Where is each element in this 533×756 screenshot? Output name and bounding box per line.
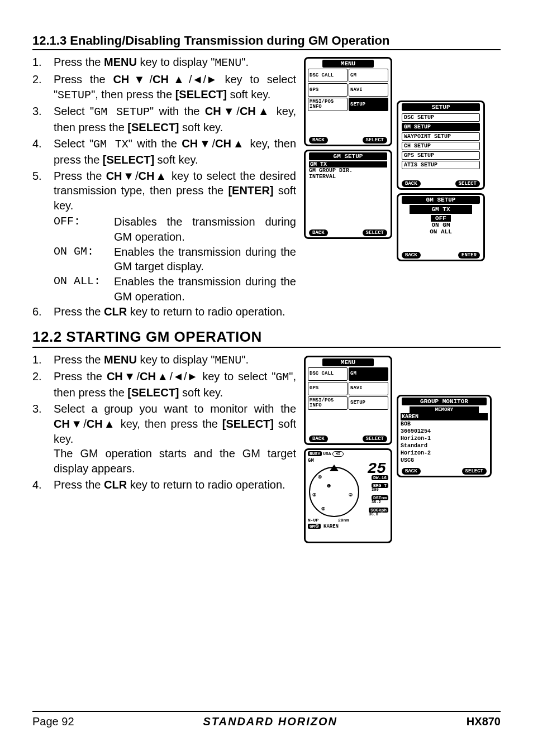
- radar-icon: N ④ ❶ ③ ② ⑤: [309, 467, 359, 517]
- dst-value: 35.2: [372, 500, 381, 504]
- step-item: 3.Select "GM SETUP" with the CH▼/CH▲ key…: [32, 104, 296, 135]
- lcd-group-monitor: GROUP MONITOR MEMORY KARENBOB366901254Ho…: [397, 395, 492, 477]
- back-pill: BACK: [309, 436, 328, 442]
- lcd-menu-grid: DSC CALLGMGPSNAVIMMSI/POS INFOSETUP: [306, 69, 391, 111]
- section1-defs: OFF:Disables the transmission during GM …: [54, 214, 296, 304]
- back-pill: BACK: [402, 180, 421, 187]
- brg-label: BRG T: [372, 483, 388, 488]
- select-pill: SELECT: [455, 180, 480, 187]
- lcd-menu2-grid: DSC CALLGMGPSNAVIMMSI/POS INFOSETUP: [306, 367, 391, 410]
- lcd-menu-title: MENU: [322, 60, 373, 68]
- memory-item: Standard: [401, 442, 488, 449]
- step-item: 3.Select a group you want to monitor wit…: [32, 401, 296, 476]
- menu-cell: NAVI: [349, 83, 388, 97]
- sog-value: 36.0: [369, 512, 378, 516]
- section1-screens: MENU DSC CALLGMGPSNAVIMMSI/POS INFOSETUP…: [304, 55, 501, 320]
- step-item: 4.Press the CLR key to return to radio o…: [32, 477, 296, 492]
- enter-pill: ENTER: [458, 252, 480, 259]
- page-footer: Page 92 STANDARD HORIZON HX870: [32, 711, 501, 728]
- menu-cell: GM: [349, 69, 388, 82]
- gmtx-option: OFF: [398, 215, 483, 222]
- gmtx-option: ON ALL: [398, 228, 483, 235]
- menu-cell: NAVI: [349, 382, 388, 395]
- busy-badge: BUSY: [308, 451, 322, 456]
- setup-item: GPS SETUP: [402, 151, 480, 160]
- lcd-gm-target: BUSY USA HI GM 25 DW-16 BRG T300 DSTnm35…: [304, 448, 392, 543]
- page-number: Page 92: [32, 715, 74, 728]
- step-item: 4.Select "GM TX" with the CH▼/CH▲ key, t…: [32, 136, 296, 168]
- dst-label: DSTnm: [372, 495, 388, 500]
- def-row: ON GM:Enables the transmission during th…: [54, 245, 296, 275]
- menu-cell: DSC CALL: [308, 69, 348, 82]
- heading-12-2: 12.2 STARTING GM OPERATION: [32, 328, 501, 348]
- back-pill: BACK: [402, 252, 421, 259]
- section1-steps: 1.Press the MENU key to display "MENU".2…: [32, 55, 296, 213]
- page-content: 12.1.3 Enabling/Disabling Transmission d…: [32, 34, 501, 543]
- menu-cell: DSC CALL: [308, 367, 348, 381]
- setup-item: GM SETUP: [402, 123, 480, 131]
- setup-item: WAYPOINT SETUP: [402, 132, 480, 141]
- lcd-groupmon-title: GROUP MONITOR: [402, 398, 487, 405]
- setup-item: DSC SETUP: [402, 113, 480, 122]
- lcd-groupmon-list: KARENBOB366901254Horizon-1StandardHorizo…: [398, 413, 490, 464]
- lcd-setup-list: DSC SETUPGM SETUPWAYPOINT SETUPCH SETUPG…: [398, 112, 483, 171]
- dw-badge: DW-16: [372, 475, 388, 480]
- channel-number: 25: [367, 460, 386, 477]
- def-row: OFF:Disables the transmission during GM …: [54, 214, 296, 245]
- brand-logo: STANDARD HORIZON: [203, 715, 337, 728]
- step-item: 6.Press the CLR key to return to radio o…: [32, 304, 296, 319]
- lcd-menu2: MENU DSC CALLGMGPSNAVIMMSI/POS INFOSETUP…: [304, 356, 392, 445]
- lcd-menu2-title: MENU: [322, 358, 373, 366]
- gmsetup-item: INTERVAL: [306, 174, 391, 180]
- gmsetup-item: GM GROUP DIR.: [306, 168, 391, 174]
- menu-cell: MMSI/POS INFO: [308, 396, 348, 410]
- section1-step6: 6.Press the CLR key to return to radio o…: [32, 304, 296, 319]
- memory-item: 366901254: [401, 428, 488, 435]
- menu-cell: SETUP: [349, 98, 388, 111]
- back-pill: BACK: [309, 137, 328, 143]
- section2-columns: 1.Press the MENU key to display "MENU".2…: [32, 352, 501, 543]
- model-number: HX870: [467, 715, 501, 728]
- lcd-gmtx-title: GM SETUP: [402, 196, 480, 204]
- section2-text: 1.Press the MENU key to display "MENU".2…: [32, 352, 296, 543]
- lcd-setup-title: SETUP: [402, 103, 480, 111]
- heading-12-1-3: 12.1.3 Enabling/Disabling Transmission d…: [32, 34, 501, 50]
- menu-cell: GPS: [308, 83, 348, 97]
- menu-cell: GM: [349, 367, 388, 381]
- setup-item: CH SETUP: [402, 142, 480, 150]
- lcd-menu: MENU DSC CALLGMGPSNAVIMMSI/POS INFOSETUP…: [304, 57, 392, 146]
- lcd-groupmon-sub: MEMORY: [410, 406, 479, 413]
- lcd-gmsetup-list: GM TXGM GROUP DIR.INTERVAL: [306, 161, 391, 180]
- step-item: 1.Press the MENU key to display "MENU".: [32, 352, 296, 369]
- sog-label: SOGkph: [369, 508, 388, 513]
- range-label: 20nm: [338, 518, 349, 523]
- select-pill: SELECT: [462, 468, 487, 475]
- lcd-gmtx: GM SETUP GM TX OFFON GMON ALL BACK ENTER: [397, 193, 485, 261]
- memory-item: Horizon-1: [401, 435, 488, 442]
- menu-cell: SETUP: [349, 396, 388, 410]
- lcd-setup: SETUP DSC SETUPGM SETUPWAYPOINT SETUPCH …: [397, 101, 485, 190]
- section2-steps: 1.Press the MENU key to display "MENU".2…: [32, 352, 296, 492]
- menu-cell: GPS: [308, 382, 348, 395]
- usa-label: USA: [323, 451, 331, 456]
- step-item: 1.Press the MENU key to display "MENU".: [32, 55, 296, 71]
- lcd-gmtx-opts: OFFON GMON ALL: [398, 214, 483, 235]
- step-item: 2.Press the CH▼/CH▲/◄/► key to select "S…: [32, 72, 296, 103]
- nup-label: N-UP: [308, 518, 318, 523]
- section1-text: 1.Press the MENU key to display "MENU".2…: [32, 55, 296, 320]
- gm-target-name: KAREN: [323, 524, 339, 529]
- menu-cell: MMSI/POS INFO: [308, 98, 348, 111]
- memory-item: Horizon-2: [401, 449, 488, 457]
- section2-screens: MENU DSC CALLGMGPSNAVIMMSI/POS INFOSETUP…: [304, 352, 501, 543]
- lcd-gmsetup: GM SETUP GM TXGM GROUP DIR.INTERVAL BACK…: [304, 150, 392, 239]
- gmtx-option: ON GM: [398, 222, 483, 228]
- setup-item: ATIS SETUP: [402, 161, 480, 169]
- brg-value: 300: [372, 487, 379, 492]
- step-item: 2.Press the CH▼/CH▲/◄/► key to select "G…: [32, 369, 296, 400]
- lcd-gmsetup-title: GM SETUP: [309, 152, 387, 160]
- select-pill: SELECT: [363, 137, 387, 143]
- section1-columns: 1.Press the MENU key to display "MENU".2…: [32, 55, 501, 320]
- def-row: ON ALL:Enables the transmission during t…: [54, 274, 296, 304]
- select-pill: SELECT: [363, 229, 387, 236]
- memory-item: BOB: [401, 420, 488, 428]
